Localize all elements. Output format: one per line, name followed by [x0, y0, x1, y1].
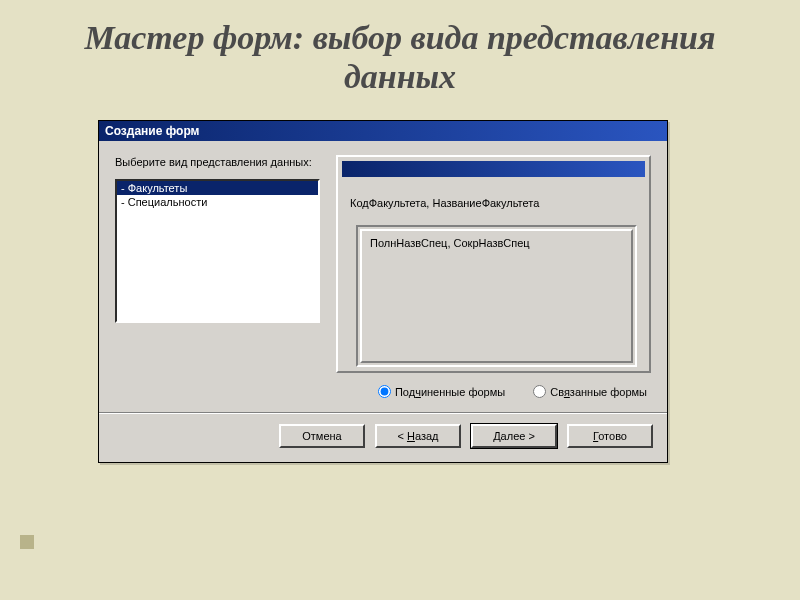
radio-subforms-input[interactable] [378, 385, 391, 398]
prompt-label: Выберите вид представления данных: [115, 155, 320, 169]
radio-linked-forms[interactable]: Связанные формы [533, 385, 647, 398]
preview-subform-frame: ПолнНазвСпец, СокрНазвСпец [356, 225, 637, 367]
radio-subforms-label: Подчиненные формы [395, 386, 505, 398]
finish-button[interactable]: Готово [567, 424, 653, 448]
next-button[interactable]: Далее > [471, 424, 557, 448]
form-wizard-dialog: Создание форм Выберите вид представления… [98, 120, 668, 463]
preview-titlebar-stub [342, 161, 645, 177]
preview-master-fields: КодФакультета, НазваниеФакультета [342, 191, 645, 209]
bullet-icon [20, 535, 34, 549]
radio-subforms[interactable]: Подчиненные формы [378, 385, 505, 398]
form-preview: КодФакультета, НазваниеФакультета ПолнНа… [336, 155, 651, 373]
slide-title: Мастер форм: выбор вида представления да… [40, 18, 760, 96]
dialog-body: Выберите вид представления данных: - Фак… [99, 141, 667, 412]
form-type-radios: Подчиненные формы Связанные формы [336, 373, 651, 404]
list-item[interactable]: - Специальности [117, 195, 318, 209]
view-listbox[interactable]: - Факультеты - Специальности [115, 179, 320, 323]
wizard-button-row: Отмена < Назад Далее > Готово [99, 414, 667, 462]
preview-sub-fields: ПолнНазвСпец, СокрНазвСпец [360, 229, 633, 363]
dialog-title-text: Создание форм [105, 124, 199, 138]
radio-linked-forms-input[interactable] [533, 385, 546, 398]
cancel-button[interactable]: Отмена [279, 424, 365, 448]
radio-linked-label: Связанные формы [550, 386, 647, 398]
list-item[interactable]: - Факультеты [117, 181, 318, 195]
back-button[interactable]: < Назад [375, 424, 461, 448]
dialog-titlebar: Создание форм [99, 121, 667, 141]
